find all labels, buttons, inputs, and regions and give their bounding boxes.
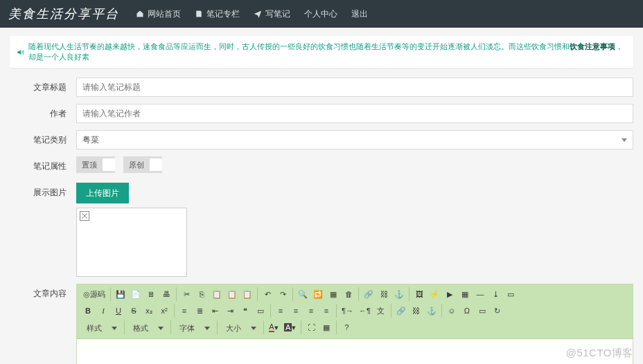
brand: 美食生活分享平台 <box>8 6 119 22</box>
image-label: 展示图片 <box>10 183 76 202</box>
tb-style-select[interactable]: 样式 <box>81 320 121 336</box>
editor-body[interactable] <box>77 339 633 364</box>
tb-source[interactable]: ◎ 源码 <box>81 287 107 301</box>
tb-align-center[interactable]: ≡ <box>289 304 303 318</box>
page: 随着现代人生活节奏的越来越快，速食食品等应运而生，同时，古人传授的一些良好的饮食… <box>0 28 643 364</box>
volume-icon <box>17 48 24 56</box>
tb-flash[interactable]: ⚡ <box>428 287 441 301</box>
tb-find[interactable]: 🔍 <box>296 287 310 301</box>
tb-save[interactable]: 💾 <box>114 287 127 301</box>
tb-media[interactable]: ▶ <box>443 287 457 301</box>
tb-strike[interactable]: S <box>127 304 141 318</box>
tb-redo[interactable]: ↷ <box>276 287 290 301</box>
tb-anchor[interactable]: ⚓ <box>392 287 406 301</box>
nav-logout[interactable]: 退出 <box>344 0 375 28</box>
tb-sub[interactable]: x₂ <box>142 304 156 318</box>
tb-align-right[interactable]: ≡ <box>304 304 318 318</box>
notice-bar: 随着现代人生活节奏的越来越快，速食食品等应运而生，同时，古人传授的一些良好的饮食… <box>10 36 633 68</box>
tb-paste-text[interactable]: 📋 <box>225 287 239 301</box>
nav-me[interactable]: 个人中心 <box>297 0 344 28</box>
tb-cut[interactable]: ✂ <box>179 287 193 301</box>
tb-paste-word[interactable]: 📋 <box>240 287 254 301</box>
tb-bgcolor[interactable]: A ▾ <box>282 320 298 334</box>
tb-smiley[interactable]: ☺ <box>445 304 459 318</box>
tb-selectall[interactable]: ▦ <box>326 287 340 301</box>
tb-link2[interactable]: 🔗 <box>394 304 408 318</box>
author-input[interactable] <box>76 104 633 123</box>
tb-ol[interactable]: ≡ <box>177 304 191 318</box>
topbar: 美食生活分享平台 网站首页 笔记专栏 写笔记 个人中心 退出 <box>0 0 643 28</box>
tb-anchor2[interactable]: ⚓ <box>425 304 439 318</box>
broken-image-icon <box>80 211 89 221</box>
editor-toolbar: ◎ 源码 💾 📄 🗎 🖶 ✂ ⎘ 📋 📋 📋 ↶ ↷ 🔍 🔁 ▦ 🗑 <box>77 284 633 339</box>
category-label: 笔记类别 <box>10 130 76 149</box>
tb-ltr[interactable]: ¶→ <box>340 304 355 318</box>
tb-undo[interactable]: ↶ <box>261 287 274 301</box>
tb-help[interactable]: ? <box>340 320 353 334</box>
tb-special[interactable]: Ω <box>460 304 474 318</box>
doc-icon <box>195 10 203 18</box>
tb-color[interactable]: A ▾ <box>267 320 281 334</box>
tb-hr[interactable]: — <box>473 287 487 301</box>
tb-copy[interactable]: ⎘ <box>195 287 209 301</box>
watermark: @51CTO博客 <box>566 347 633 360</box>
attr-orig-checkbox[interactable]: 原创 <box>123 156 162 173</box>
image-preview <box>76 208 187 277</box>
nav-column[interactable]: 笔记专栏 <box>188 0 247 28</box>
tb-sup[interactable]: x² <box>157 304 171 318</box>
nav-home[interactable]: 网站首页 <box>129 0 188 28</box>
author-label: 作者 <box>10 104 76 123</box>
tb-format-select[interactable]: 格式 <box>127 320 168 336</box>
tb-div[interactable]: ▭ <box>254 304 267 318</box>
tb-preview[interactable]: 🗎 <box>144 287 158 301</box>
notice-text: 随着现代人生活节奏的越来越快，速食食品等应运而生，同时，古人传授的一些良好的饮食… <box>28 42 626 62</box>
form: 文章标题 作者 笔记类别粤菜 笔记属性 置顶 原创 展示图片 上传图片 文章内容… <box>10 78 633 364</box>
tb-maximize[interactable]: ⛶ <box>304 320 318 334</box>
tb-blocks[interactable]: ▦ <box>319 320 333 334</box>
tb-lang[interactable]: 文 <box>374 304 388 318</box>
content-label: 文章内容 <box>10 284 76 303</box>
tb-iframe2[interactable]: ▭ <box>475 304 489 318</box>
tb-new[interactable]: 📄 <box>129 287 143 301</box>
tb-italic[interactable]: I <box>96 304 110 318</box>
tb-unlink[interactable]: ⛓ <box>377 287 391 301</box>
home-icon <box>136 10 144 18</box>
tb-rtl[interactable]: ←¶ <box>357 304 373 318</box>
tb-table[interactable]: ▦ <box>458 287 472 301</box>
tb-ul[interactable]: ≣ <box>193 304 206 318</box>
category-select[interactable]: 粤菜 <box>76 130 633 149</box>
tb-print[interactable]: 🖶 <box>159 287 173 301</box>
title-label: 文章标题 <box>10 78 76 97</box>
title-input[interactable] <box>76 78 633 97</box>
tb-outdent[interactable]: ⇤ <box>208 304 222 318</box>
tb-link[interactable]: 🔗 <box>362 287 376 301</box>
tb-replace[interactable]: 🔁 <box>311 287 325 301</box>
tb-pagebreak[interactable]: ⤓ <box>488 287 502 301</box>
chevron-down-icon <box>622 138 627 142</box>
tb-indent[interactable]: ⇥ <box>223 304 237 318</box>
tb-iframe[interactable]: ▭ <box>504 287 518 301</box>
tb-underline[interactable]: U <box>112 304 125 318</box>
tb-paste[interactable]: 📋 <box>210 287 224 301</box>
tb-image[interactable]: 🖼 <box>412 287 426 301</box>
plane-icon <box>254 10 262 18</box>
richtext-editor: ◎ 源码 💾 📄 🗎 🖶 ✂ ⎘ 📋 📋 📋 ↶ ↷ 🔍 🔁 ▦ 🗑 <box>76 284 633 364</box>
tb-bold[interactable]: B <box>81 304 95 318</box>
attr-top-checkbox[interactable]: 置顶 <box>76 156 115 173</box>
tb-unlink2[interactable]: ⛓ <box>409 304 423 318</box>
attr-label: 笔记属性 <box>10 156 76 176</box>
tb-size-select[interactable]: 大小 <box>220 320 261 336</box>
tb-refresh[interactable]: ↻ <box>491 304 504 318</box>
tb-align-justify[interactable]: ≡ <box>319 304 333 318</box>
upload-button[interactable]: 上传图片 <box>76 183 129 203</box>
tb-font-select[interactable]: 字体 <box>174 320 214 336</box>
tb-clear[interactable]: 🗑 <box>342 287 355 301</box>
tb-align-left[interactable]: ≡ <box>274 304 288 318</box>
tb-quote[interactable]: ❝ <box>238 304 252 318</box>
nav-write[interactable]: 写笔记 <box>247 0 297 28</box>
